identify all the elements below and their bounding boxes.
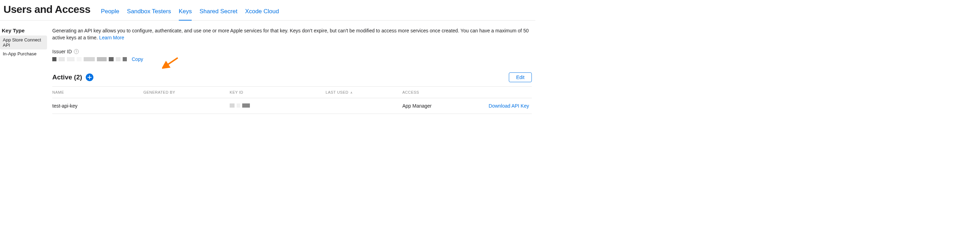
tab-shared-secret[interactable]: Shared Secret: [199, 8, 237, 21]
tab-xcode-cloud[interactable]: Xcode Cloud: [245, 8, 279, 21]
sidebar: Key Type App Store Connect API In-App Pu…: [0, 27, 47, 114]
col-last-used[interactable]: LAST USED ∧: [326, 87, 402, 98]
keys-table: NAME GENERATED BY KEY ID LAST USED ∧ ACC…: [52, 86, 532, 114]
tab-people[interactable]: People: [101, 8, 119, 21]
download-api-key-link[interactable]: Download API Key: [465, 98, 532, 114]
main: Generating an API key allows you to conf…: [47, 27, 535, 114]
issuer-id-row: Copy: [52, 56, 532, 62]
col-name[interactable]: NAME: [52, 87, 143, 98]
tab-sandbox-testers[interactable]: Sandbox Testers: [127, 8, 171, 21]
intro-text: Generating an API key allows you to conf…: [52, 27, 532, 41]
cell-access: App Manager: [402, 98, 465, 114]
issuer-id-value-redacted: [52, 57, 127, 61]
plus-icon: [88, 75, 92, 79]
page-title: Users and Access: [3, 3, 90, 19]
issuer-id-label-row: Issuer ID ?: [52, 49, 532, 54]
col-access[interactable]: ACCESS: [402, 87, 465, 98]
learn-more-link[interactable]: Learn More: [99, 35, 124, 40]
cell-key-id: [230, 98, 326, 114]
col-last-used-label: LAST USED: [326, 90, 348, 94]
add-key-button[interactable]: [86, 73, 94, 81]
active-section-header: Active (2) Edit: [52, 73, 532, 82]
table-row[interactable]: test-api-key App Manager Download API Ke…: [52, 98, 532, 114]
tabs: People Sandbox Testers Keys Shared Secre…: [101, 8, 279, 20]
sidebar-title: Key Type: [2, 27, 47, 35]
tab-keys[interactable]: Keys: [179, 8, 192, 21]
sidebar-item-app-store-connect-api[interactable]: App Store Connect API: [0, 35, 47, 49]
content: Key Type App Store Connect API In-App Pu…: [0, 21, 535, 114]
active-section-left: Active (2): [52, 73, 94, 81]
cell-last-used: [326, 98, 402, 114]
copy-issuer-id-button[interactable]: Copy: [132, 56, 143, 62]
table-header-row: NAME GENERATED BY KEY ID LAST USED ∧ ACC…: [52, 87, 532, 98]
sort-ascending-icon: ∧: [350, 91, 353, 94]
header: Users and Access People Sandbox Testers …: [0, 0, 535, 21]
cell-generated-by: [143, 98, 230, 114]
col-key-id[interactable]: KEY ID: [230, 87, 326, 98]
help-icon[interactable]: ?: [74, 49, 79, 54]
col-download: [465, 87, 532, 98]
cell-name: test-api-key: [52, 98, 143, 114]
active-section-title: Active (2): [52, 73, 82, 81]
sidebar-item-in-app-purchase[interactable]: In-App Purchase: [0, 49, 47, 58]
key-id-value-redacted: [230, 103, 250, 108]
edit-button[interactable]: Edit: [509, 73, 532, 82]
col-generated-by[interactable]: GENERATED BY: [143, 87, 230, 98]
issuer-id-label: Issuer ID: [52, 49, 72, 54]
